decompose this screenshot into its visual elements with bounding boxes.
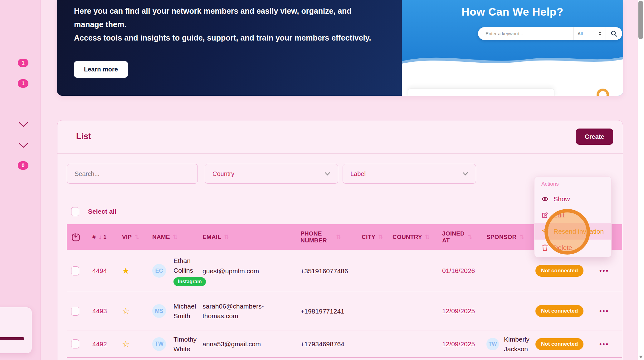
search-icon xyxy=(611,30,617,37)
badge-count: 1 xyxy=(22,60,24,66)
menu-item-show[interactable]: Show xyxy=(534,191,611,207)
vip-star-outline-icon[interactable]: ☆ xyxy=(122,339,129,349)
scrollbar-down-arrow[interactable] xyxy=(639,356,643,358)
sort-icon: ⇅ xyxy=(336,234,341,241)
row-actions-menu-button[interactable]: ••• xyxy=(599,307,609,314)
sort-icon: ⇅ xyxy=(134,234,139,241)
sidebar-badge-1[interactable]: 1 xyxy=(18,59,28,67)
badge-count: 1 xyxy=(22,80,24,87)
sidebar-badge-3[interactable]: 0 xyxy=(18,161,28,170)
platform-badge: Instagram xyxy=(173,277,206,286)
member-email: sarah06@chambers- thomas.com xyxy=(202,303,264,319)
sort-icon: ⇅ xyxy=(467,234,472,241)
members-page: 1 1 0 Here you can find all your network… xyxy=(0,0,644,360)
sidebar-badge-2[interactable]: 1 xyxy=(18,79,28,88)
help-category-value: All xyxy=(578,31,583,36)
avatar: EC xyxy=(152,264,166,278)
help-category-select[interactable]: All xyxy=(574,27,606,40)
country-select[interactable]: Country xyxy=(205,164,338,184)
member-phone: +17934698764 xyxy=(300,340,344,348)
edit-pencil-icon xyxy=(541,212,549,219)
column-header-joined[interactable]: JOINED AT ⇅ xyxy=(437,230,482,244)
vip-star-outline-icon[interactable]: ☆ xyxy=(122,306,129,316)
column-header-city[interactable]: CITY ⇅ xyxy=(358,234,389,241)
learn-more-button[interactable]: Learn more xyxy=(74,61,128,78)
cut-off-popover-card xyxy=(0,307,32,353)
column-header-name[interactable]: NAME ⇅ xyxy=(144,234,198,241)
member-phone: +351916077486 xyxy=(300,267,348,275)
status-badge: Not connected xyxy=(535,305,583,317)
avatar: TW xyxy=(152,337,166,351)
member-name: Timothy White xyxy=(173,334,197,354)
sort-rank: 1 xyxy=(103,234,106,240)
help-title: How Can We Help? xyxy=(402,6,623,18)
column-header-id[interactable]: # ↓ 1 xyxy=(89,233,116,241)
help-search-input[interactable] xyxy=(478,31,573,36)
row-checkbox[interactable] xyxy=(71,339,79,348)
trash-icon xyxy=(541,244,549,251)
member-email: guest@upmlm.com xyxy=(202,267,259,275)
search-input[interactable] xyxy=(67,164,198,184)
wave-decoration xyxy=(402,49,623,69)
label-select[interactable]: Label xyxy=(343,164,476,184)
joined-date: 01/16/2026 xyxy=(442,267,475,274)
member-name: Michael Smith xyxy=(173,301,196,321)
status-badge: Not connected xyxy=(535,338,583,350)
filters-row: Country Label xyxy=(67,164,476,184)
popover-progress-bar xyxy=(0,337,24,340)
chevron-down-icon[interactable] xyxy=(19,143,28,148)
table-row: 4492 ☆ TW Timothy White anna53@gmail.com… xyxy=(67,330,622,358)
column-header-vip[interactable]: VIP ⇅ xyxy=(116,234,144,241)
row-actions-menu-button[interactable]: ••• xyxy=(599,267,609,274)
scrollbar-thumb[interactable] xyxy=(638,1,643,39)
sponsor-name: Kimberly Jackson xyxy=(504,334,529,354)
member-id[interactable]: 4494 xyxy=(92,267,107,274)
avatar: MS xyxy=(152,304,166,318)
chevron-down-icon xyxy=(462,172,468,176)
page-title: List xyxy=(76,132,91,141)
sort-icon: ⇅ xyxy=(378,234,383,241)
select-all-label: Select all xyxy=(88,208,116,215)
sponsor-avatar: TW xyxy=(486,338,499,350)
member-id[interactable]: 4493 xyxy=(92,307,107,314)
column-header-country[interactable]: COUNTRY ⇅ xyxy=(389,234,437,241)
sort-desc-icon: ↓ xyxy=(99,233,102,241)
select-all-row: Select all xyxy=(71,205,116,218)
badge-count: 0 xyxy=(22,163,24,169)
member-phone: +19819771241 xyxy=(300,308,344,315)
member-id[interactable]: 4492 xyxy=(92,340,107,348)
select-all-checkbox[interactable] xyxy=(71,207,79,216)
sort-icon: ⇅ xyxy=(173,234,178,241)
joined-date: 12/09/2025 xyxy=(442,340,475,348)
banner-paragraph-1: Here you can find all your network membe… xyxy=(74,4,383,31)
click-indicator-circle xyxy=(544,209,590,255)
row-checkbox[interactable] xyxy=(71,307,79,316)
banner-paragraph-2: Access tools and insights to guide, supp… xyxy=(74,31,383,45)
chevron-down-icon[interactable] xyxy=(19,122,28,127)
banner-text-panel: Here you can find all your network membe… xyxy=(57,0,402,96)
help-widget: How Can We Help? All xyxy=(402,0,623,96)
column-header-phone[interactable]: PHONE NUMBER ⇅ xyxy=(297,230,358,244)
intro-banner: Here you can find all your network membe… xyxy=(57,0,623,96)
column-header-sponsor[interactable]: SPONSOR ⇅ xyxy=(482,234,531,241)
create-button[interactable]: Create xyxy=(576,129,613,145)
sort-icon: ⇅ xyxy=(224,234,229,241)
export-icon[interactable] xyxy=(71,232,80,242)
country-select-value: Country xyxy=(212,170,234,178)
help-search-button[interactable] xyxy=(606,27,622,40)
help-search-bar: All xyxy=(478,27,622,40)
chevron-down-icon xyxy=(324,172,330,176)
member-email: anna53@gmail.com xyxy=(202,340,261,348)
eye-icon xyxy=(541,196,549,202)
column-header-email[interactable]: EMAIL ⇅ xyxy=(198,234,297,241)
table-row: 4493 ☆ MS Michael Smith sarah06@chambers… xyxy=(67,292,622,330)
help-content-card xyxy=(408,88,554,96)
up-down-spinner-icon xyxy=(598,31,602,36)
sort-icon: ⇅ xyxy=(425,234,430,241)
joined-date: 12/09/2025 xyxy=(442,307,475,314)
page-scrollbar[interactable] xyxy=(638,0,644,360)
row-checkbox[interactable] xyxy=(71,266,79,275)
sort-icon: ⇅ xyxy=(519,234,524,241)
row-actions-menu-button[interactable]: ••• xyxy=(599,340,609,348)
vip-star-filled-icon[interactable]: ★ xyxy=(122,266,129,275)
